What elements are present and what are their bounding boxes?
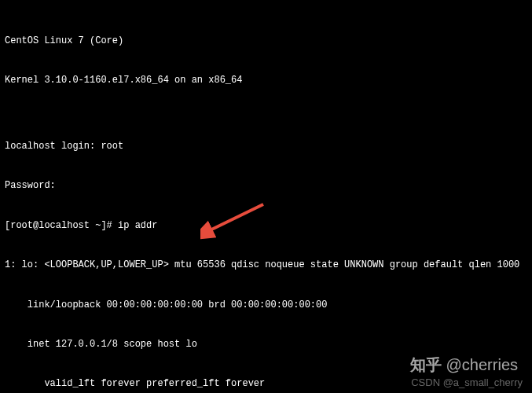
zhihu-logo-text: 知乎 <box>410 354 442 376</box>
terminal-line: CentOS Linux 7 (Core) <box>5 35 527 48</box>
terminal-line: Password: <box>5 179 527 193</box>
terminal-line: 1: lo: <LOOPBACK,UP,LOWER_UP> mtu 65536 … <box>5 259 527 272</box>
terminal-line: [root@localhost ~]# ip addr <box>5 219 527 233</box>
terminal-line: localhost login: root <box>5 140 527 153</box>
zhihu-watermark: 知乎 @cherries <box>410 354 518 376</box>
terminal-line: link/loopback 00:00:00:00:00:00 brd 00:0… <box>5 299 527 312</box>
terminal-line: Kernel 3.10.0-1160.el7.x86_64 on an x86_… <box>5 74 527 87</box>
csdn-watermark: CSDN @a_small_cherry <box>411 376 523 390</box>
terminal-line: inet 127.0.0.1/8 scope host lo <box>5 338 527 351</box>
zhihu-username: @cherries <box>446 354 518 376</box>
terminal-output[interactable]: CentOS Linux 7 (Core) Kernel 3.10.0-1160… <box>0 0 532 393</box>
